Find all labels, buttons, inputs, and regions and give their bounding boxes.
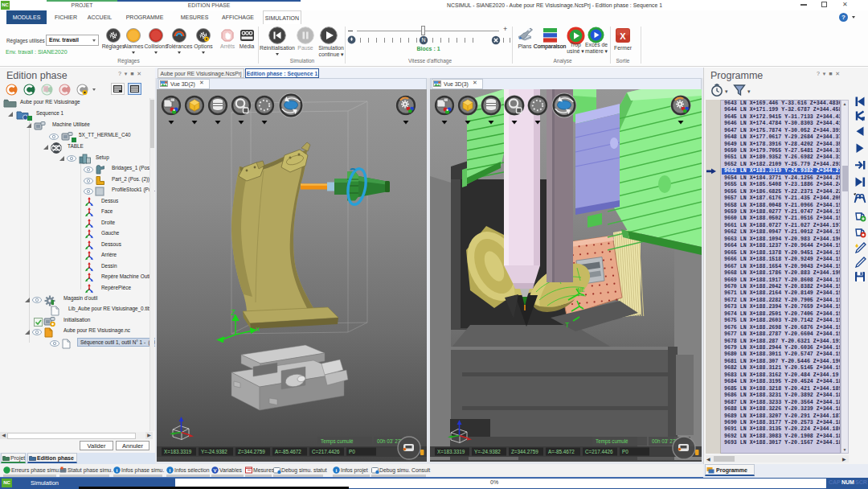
svg-text:Y=-24.9382: Y=-24.9382 <box>474 449 501 454</box>
svg-text:NE: NE <box>577 286 585 294</box>
svg-text:X=183.3319: X=183.3319 <box>164 449 192 454</box>
svg-text:Y=-24.9382: Y=-24.9382 <box>201 449 227 454</box>
svg-text:C=217.4426: C=217.4426 <box>312 449 340 454</box>
svg-text:Temps cumulé: Temps cumulé <box>596 438 628 445</box>
svg-text:i: i <box>170 467 171 473</box>
svg-text:P0: P0 <box>349 449 355 454</box>
svg-text:X=183.3319: X=183.3319 <box>437 449 465 454</box>
svg-text:i: i <box>336 467 338 473</box>
svg-text:Z=344.2759: Z=344.2759 <box>238 449 265 454</box>
svg-text:Z=344.2759: Z=344.2759 <box>511 449 538 454</box>
svg-text:i: i <box>117 467 118 473</box>
svg-text:A=-85.4672: A=-85.4672 <box>275 449 301 454</box>
svg-text:Z: Z <box>231 309 235 318</box>
svg-text:C=217.4426: C=217.4426 <box>585 449 613 454</box>
svg-text:P0: P0 <box>622 449 628 454</box>
svg-text:T: T <box>565 322 570 330</box>
svg-text:Temps cumulé: Temps cumulé <box>321 438 354 445</box>
svg-text:V: V <box>213 468 216 473</box>
svg-text:X: X <box>620 31 626 41</box>
svg-text:x: x <box>256 326 260 334</box>
svg-text:N: N <box>421 37 425 43</box>
svg-text:A=-85.4672: A=-85.4672 <box>548 449 575 454</box>
